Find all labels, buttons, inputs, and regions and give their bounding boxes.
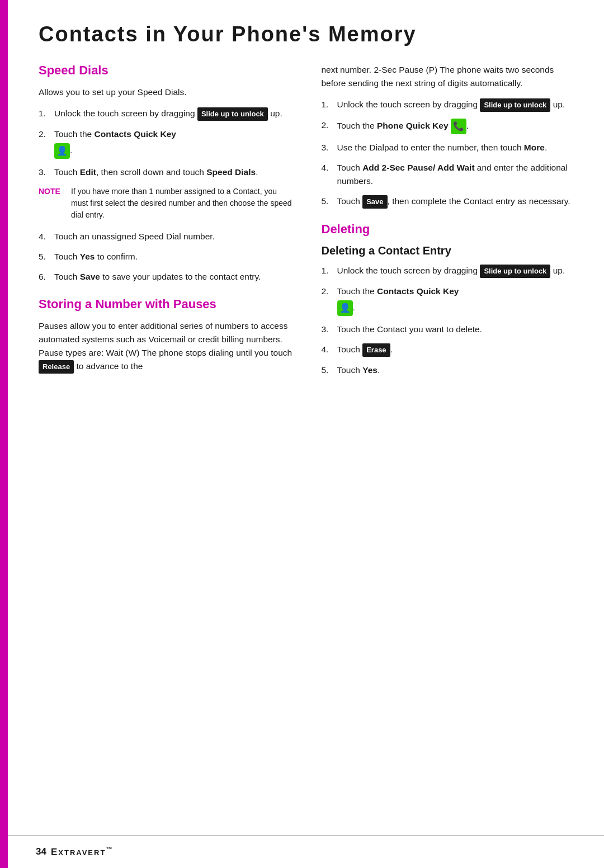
speed-dials-title: Speed Dials (39, 63, 294, 78)
step-num: 3. (39, 166, 51, 179)
step-num: 4. (322, 161, 334, 188)
step-content: Touch Erase. (337, 343, 577, 357)
step-num: 6. (39, 270, 51, 284)
yes-label: Yes (80, 252, 95, 261)
speed-dials-section: Speed Dials Allows you to set up your Sp… (39, 63, 294, 284)
step-content: Touch Save to save your updates to the c… (54, 270, 294, 284)
contacts-icon: 👤 (54, 143, 70, 159)
note-label: NOTE (39, 186, 65, 221)
slide-unlock-badge: Slide up to unlock (197, 107, 268, 121)
storing-cont-section: next number. 2-Sec Pause (P) The phone w… (322, 63, 577, 209)
yes-label-2: Yes (362, 365, 378, 375)
step-num: 5. (322, 195, 334, 209)
footer: 34 Extravert™ (8, 835, 604, 868)
step-num: 4. (322, 343, 334, 357)
del-step-1: 1. Unlock the touch screen by dragging S… (322, 264, 577, 278)
note-block: NOTE If you have more than 1 number assi… (39, 186, 294, 221)
speed-dials-label: Speed Dials (206, 167, 256, 177)
del-step-2: 2. Touch the Contacts Quick Key 👤. (322, 285, 577, 316)
deleting-title: Deleting (322, 222, 577, 237)
store-step-5: 5. Touch Save, then complete the Contact… (322, 195, 577, 209)
step-num: 3. (322, 323, 334, 336)
contacts-quick-key-label-2: Contacts Quick Key (377, 286, 459, 296)
left-column: Speed Dials Allows you to set up your Sp… (39, 63, 294, 381)
step-content: Touch Yes to confirm. (54, 250, 294, 263)
slide-unlock-badge-2: Slide up to unlock (480, 98, 550, 112)
step-num: 5. (39, 250, 51, 263)
step-content: Touch Edit, then scroll down and touch S… (54, 166, 294, 179)
trademark-symbol: ™ (106, 846, 113, 852)
del-step-4: 4. Touch Erase. (322, 343, 577, 357)
deleting-section: Deleting Deleting a Contact Entry 1. Unl… (322, 222, 577, 377)
store-step-1: 1. Unlock the touch screen by dragging S… (322, 98, 577, 112)
step-content: Touch Save, then complete the Contact en… (337, 195, 577, 209)
left-bar (0, 0, 8, 868)
phone-quick-key-label: Phone Quick Key (377, 121, 448, 130)
step-num: 1. (322, 264, 334, 278)
step-4-speed: 4. Touch an unassigned Speed Dial number… (39, 230, 294, 243)
storing-cont-text: next number. 2-Sec Pause (P) The phone w… (322, 63, 577, 90)
del-step-5: 5. Touch Yes. (322, 364, 577, 377)
add-pause-label: Add 2-Sec Pause/ Add Wait (362, 163, 474, 172)
right-column: next number. 2-Sec Pause (P) The phone w… (322, 63, 577, 384)
step-num: 4. (39, 230, 51, 243)
del-step-3: 3. Touch the Contact you want to delete. (322, 323, 577, 336)
step-content: Touch the Contacts Quick Key 👤. (337, 285, 577, 316)
storing-pauses-title: Storing a Number with Pauses (39, 297, 294, 312)
more-label: More (524, 143, 545, 152)
footer-page-num: 34 (36, 846, 46, 857)
step-content: Touch Yes. (337, 364, 577, 377)
step-6-speed: 6. Touch Save to save your updates to th… (39, 270, 294, 284)
step-content: Touch the Contacts Quick Key 👤. (54, 128, 294, 159)
step-content: Unlock the touch screen by dragging Slid… (337, 264, 577, 278)
step-num: 1. (39, 107, 51, 121)
note-text: If you have more than 1 number assigned … (71, 186, 294, 221)
step-num: 2. (322, 285, 334, 316)
contacts-quick-key-label: Contacts Quick Key (95, 129, 176, 139)
step-num: 1. (322, 98, 334, 112)
release-badge: Release (39, 360, 74, 374)
contacts-icon-2: 👤 (337, 300, 353, 316)
page-title: Contacts in Your Phone's Memory (39, 22, 576, 46)
store-step-4: 4. Touch Add 2-Sec Pause/ Add Wait and e… (322, 161, 577, 188)
step-num: 5. (322, 364, 334, 377)
store-step-3: 3. Use the Dialpad to enter the number, … (322, 141, 577, 154)
step-2-speed: 2. Touch the Contacts Quick Key 👤. (39, 128, 294, 159)
step-num: 2. (39, 128, 51, 159)
storing-pauses-intro: Pauses allow you to enter additional ser… (39, 319, 294, 374)
step-content: Touch Add 2-Sec Pause/ Add Wait and ente… (337, 161, 577, 188)
step-content: Touch the Phone Quick Key 📞. (337, 119, 577, 134)
step-content: Touch an unassigned Speed Dial number. (54, 230, 294, 243)
step-content: Unlock the touch screen by dragging Slid… (337, 98, 577, 112)
save-badge: Save (362, 195, 387, 209)
edit-label: Edit (80, 167, 96, 177)
store-step-2: 2. Touch the Phone Quick Key 📞. (322, 119, 577, 134)
step-5-speed: 5. Touch Yes to confirm. (39, 250, 294, 263)
step-1-speed: 1. Unlock the touch screen by dragging S… (39, 107, 294, 121)
step-content: Touch the Contact you want to delete. (337, 323, 577, 336)
step-content: Use the Dialpad to enter the number, the… (337, 141, 577, 154)
page: Contacts in Your Phone's Memory Speed Di… (0, 0, 604, 868)
slide-unlock-badge-3: Slide up to unlock (480, 265, 550, 278)
save-label: Save (80, 272, 100, 281)
step-num: 2. (322, 119, 334, 134)
step-num: 3. (322, 141, 334, 154)
erase-badge: Erase (362, 343, 390, 357)
speed-dials-intro: Allows you to set up your Speed Dials. (39, 86, 294, 99)
step-3-speed: 3. Touch Edit, then scroll down and touc… (39, 166, 294, 179)
storing-pauses-section: Storing a Number with Pauses Pauses allo… (39, 297, 294, 374)
deleting-contact-subtitle: Deleting a Contact Entry (322, 244, 577, 257)
phone-icon: 📞 (451, 119, 466, 134)
step-content: Unlock the touch screen by dragging Slid… (54, 107, 294, 121)
footer-brand: Extravert™ (51, 846, 113, 858)
